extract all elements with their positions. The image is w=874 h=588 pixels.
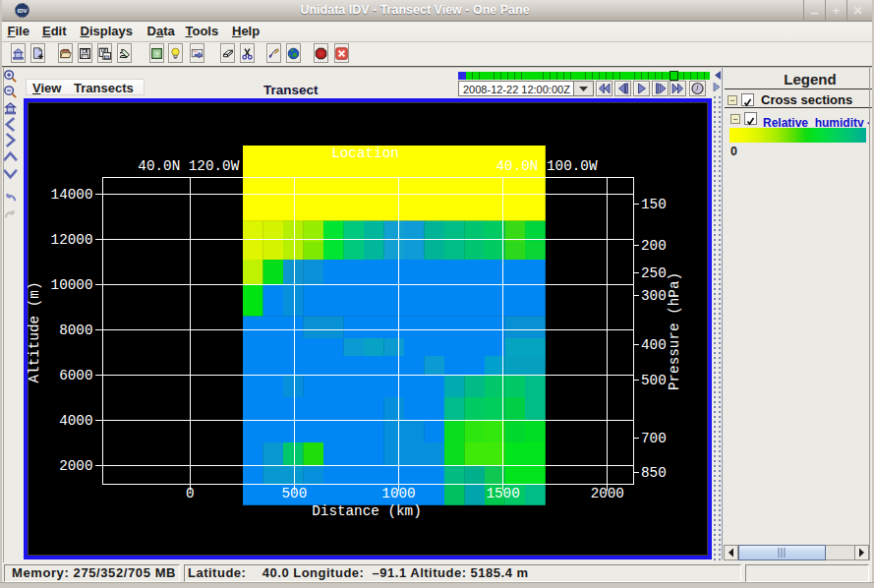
svg-text:1500: 1500 <box>486 486 519 501</box>
svg-text:8000: 8000 <box>59 323 92 338</box>
svg-text:850: 850 <box>641 465 667 481</box>
svg-text:500: 500 <box>282 486 308 501</box>
svg-text:Location: Location <box>331 146 399 161</box>
svg-text:400: 400 <box>641 337 667 353</box>
svg-text:4000: 4000 <box>59 413 92 429</box>
svg-text:2000: 2000 <box>59 458 92 474</box>
svg-text:700: 700 <box>641 431 667 446</box>
svg-text:250: 250 <box>641 265 667 281</box>
svg-text:500: 500 <box>641 373 667 388</box>
svg-text:200: 200 <box>641 238 667 254</box>
svg-text:300: 300 <box>641 288 667 304</box>
svg-text:Altitude (m): Altitude (m) <box>28 282 42 383</box>
svg-text:1000: 1000 <box>381 486 415 501</box>
svg-text:40.0N 120.0W: 40.0N 120.0W <box>138 158 239 174</box>
svg-text:2000: 2000 <box>591 486 624 501</box>
svg-text:14000: 14000 <box>51 187 93 203</box>
svg-text:?: ? <box>154 50 159 59</box>
svg-text:0: 0 <box>186 486 195 501</box>
svg-text:6000: 6000 <box>59 368 92 383</box>
svg-text:12000: 12000 <box>51 232 93 248</box>
svg-text:Distance (km): Distance (km) <box>312 503 422 519</box>
svg-text:Pressure (hPa): Pressure (hPa) <box>667 272 682 390</box>
svg-text:150: 150 <box>641 197 667 212</box>
svg-text:40.0N 100.0W: 40.0N 100.0W <box>496 158 598 174</box>
svg-text:IDV: IDV <box>17 8 27 14</box>
svg-text:10000: 10000 <box>51 277 93 293</box>
